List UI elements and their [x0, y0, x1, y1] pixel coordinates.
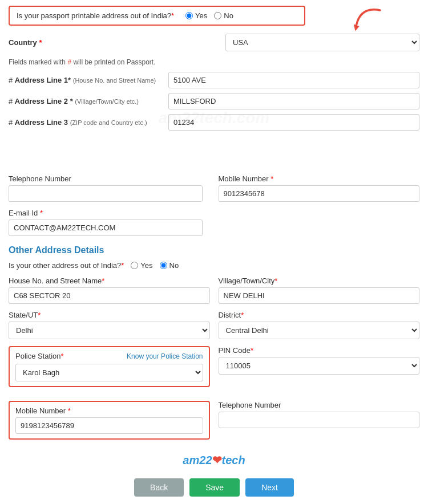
house-village-row: House No. and Street Name* Village/Town/… — [9, 277, 419, 304]
police-station-section: Police Station* Know your Police Station… — [9, 346, 210, 387]
address-line3-label: # Address Line 3 (ZIP code and Country e… — [9, 118, 163, 127]
district-select[interactable]: Central Delhi North Delhi South Delhi Ea… — [219, 322, 420, 339]
other-yes-text: Yes — [140, 261, 152, 270]
other-tel-col: Telephone Number — [219, 401, 420, 446]
address-line1-row: # Address Line 1* (House No. and Street … — [9, 72, 419, 88]
pin-label: PIN Code* — [219, 346, 420, 355]
state-col: State/UT* Delhi Maharashtra Karnataka Ta… — [9, 311, 210, 339]
police-col: Police Station* Know your Police Station… — [9, 346, 210, 394]
pin-col: PIN Code* 110005 110001 110002 110003 — [219, 346, 420, 394]
passport-question-box: Is your passport printable address out o… — [9, 6, 305, 26]
mobile-label: Mobile Number * — [219, 174, 420, 183]
address-line3-input[interactable] — [168, 114, 419, 131]
address-line2-row: # Address Line 2 * (Village/Town/City et… — [9, 93, 419, 109]
other-no-text: No — [169, 261, 179, 270]
other-mobile-section: Mobile Number * — [9, 401, 210, 440]
other-mobile-tel-row: Mobile Number * Telephone Number — [9, 401, 419, 446]
other-tel-input[interactable] — [219, 412, 420, 428]
country-select-wrap: USA India UK Canada Australia — [225, 34, 419, 51]
other-yes-label[interactable]: Yes — [131, 261, 152, 270]
village-label: Village/Town/City* — [219, 277, 420, 285]
police-station-label: Police Station* — [15, 352, 64, 360]
other-tel-label: Telephone Number — [219, 401, 420, 409]
fields-note: Fields marked with # will be printed on … — [9, 58, 419, 66]
next-button[interactable]: Next — [245, 478, 294, 497]
house-input[interactable] — [9, 287, 210, 304]
police-pin-row: Police Station* Know your Police Station… — [9, 346, 419, 394]
address-line3-row: # Address Line 3 (ZIP code and Country e… — [9, 114, 419, 131]
back-button[interactable]: Back — [134, 478, 184, 497]
other-address-radio-group: Yes No — [131, 261, 179, 270]
telephone-label: Telephone Number — [9, 174, 210, 183]
address-line2-label: # Address Line 2 * (Village/Town/City et… — [9, 97, 163, 105]
passport-no-text: No — [224, 11, 233, 20]
bottom-buttons: Back Save Next — [9, 478, 419, 497]
save-button[interactable]: Save — [189, 478, 240, 497]
village-input[interactable] — [219, 287, 420, 304]
pin-select[interactable]: 110005 110001 110002 110003 — [219, 357, 420, 375]
house-col: House No. and Street Name* — [9, 277, 210, 304]
address-line3-wrap — [168, 114, 419, 131]
police-station-header: Police Station* Know your Police Station — [15, 352, 203, 360]
know-police-link[interactable]: Know your Police Station — [127, 352, 203, 360]
passport-yes-text: Yes — [195, 11, 207, 20]
address-line1-input[interactable] — [168, 72, 419, 88]
country-row: Country * USA India UK Canada Australia — [9, 34, 419, 51]
village-col: Village/Town/City* — [219, 277, 420, 304]
state-district-row: State/UT* Delhi Maharashtra Karnataka Ta… — [9, 311, 419, 339]
other-yes-radio[interactable] — [131, 262, 138, 269]
passport-question-text: Is your passport printable address out o… — [17, 11, 171, 20]
email-input[interactable] — [9, 220, 203, 236]
address-line2-input[interactable] — [168, 93, 419, 109]
telephone-col: Telephone Number — [9, 174, 210, 202]
other-address-title: Other Address Details — [9, 245, 419, 255]
other-mobile-input[interactable] — [15, 417, 203, 434]
mobile-col: Mobile Number * — [219, 174, 420, 202]
passport-radio-group: Yes No — [185, 11, 233, 20]
other-address-question-row: Is your other address out of India?* Yes… — [9, 261, 419, 270]
address-line1-wrap — [168, 72, 419, 88]
country-select[interactable]: USA India UK Canada Australia — [225, 34, 419, 51]
passport-required-star: * — [171, 11, 174, 20]
passport-yes-radio[interactable] — [185, 12, 193, 19]
address-line2-wrap — [168, 93, 419, 109]
red-arrow-icon — [348, 2, 388, 42]
passport-no-radio[interactable] — [214, 12, 221, 19]
other-no-label[interactable]: No — [160, 261, 179, 270]
svg-marker-0 — [354, 25, 360, 31]
police-station-select[interactable]: Karol Bagh Connaught Place Paharganj Sad… — [15, 364, 203, 381]
other-mobile-label: Mobile Number * — [15, 407, 203, 415]
other-address-question-text: Is your other address out of India?* — [9, 261, 124, 270]
state-label: State/UT* — [9, 311, 210, 319]
mobile-input[interactable] — [219, 185, 420, 202]
telephone-input[interactable] — [9, 185, 203, 202]
other-mobile-col: Mobile Number * — [9, 401, 210, 446]
district-col: District* Central Delhi North Delhi Sout… — [219, 311, 420, 339]
passport-yes-label[interactable]: Yes — [185, 11, 207, 20]
tel-mobile-row: Telephone Number Mobile Number * — [9, 174, 419, 202]
address-section: am22tech.com # Address Line 1* (House No… — [9, 72, 419, 174]
passport-no-label[interactable]: No — [214, 11, 233, 20]
other-no-radio[interactable] — [160, 262, 167, 269]
house-label: House No. and Street Name* — [9, 277, 210, 285]
address-line1-label: # Address Line 1* (House No. and Street … — [9, 76, 163, 84]
passport-question-label: Is your passport printable address out o… — [17, 11, 174, 20]
brand-watermark: am22❤tech — [9, 453, 419, 467]
country-label: Country * — [9, 38, 66, 47]
district-label: District* — [219, 311, 420, 319]
state-select[interactable]: Delhi Maharashtra Karnataka Tamil Nadu — [9, 322, 210, 339]
email-row: E-mail Id * — [9, 209, 419, 236]
email-label: E-mail Id * — [9, 209, 419, 217]
